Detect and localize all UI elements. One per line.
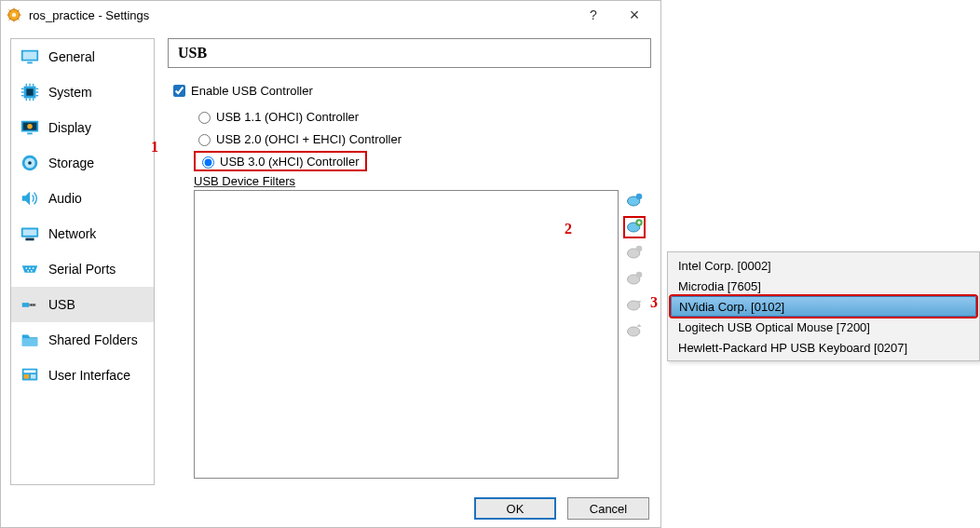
help-button[interactable]: ? — [573, 1, 614, 29]
usb-filters-listbox[interactable] — [194, 190, 619, 479]
popup-item-nvidia[interactable]: NVidia Corp. [0102] — [671, 296, 976, 317]
sidebar-item-display[interactable]: Display — [11, 110, 154, 145]
svg-rect-36 — [25, 238, 34, 241]
sidebar-item-label: Audio — [48, 191, 82, 206]
enable-usb-input[interactable] — [173, 85, 185, 97]
svg-rect-43 — [29, 304, 35, 306]
popup-item[interactable]: Hewlett-Packard HP USB Keyboard [0207] — [671, 337, 976, 358]
svg-point-58 — [636, 272, 643, 278]
svg-rect-35 — [23, 229, 37, 235]
sidebar-item-serial[interactable]: Serial Ports — [11, 251, 154, 287]
sidebar-item-audio[interactable]: Audio — [11, 181, 154, 216]
svg-rect-49 — [24, 374, 29, 379]
sidebar-item-label: Shared Folders — [48, 332, 138, 347]
svg-point-39 — [33, 267, 34, 269]
sidebar-item-general[interactable]: General — [11, 39, 154, 74]
svg-rect-11 — [23, 52, 37, 60]
sidebar-item-storage[interactable]: Storage — [11, 145, 154, 181]
dialog-footer: OK Cancel — [1, 497, 649, 520]
sidebar-item-network[interactable]: Network — [11, 216, 154, 251]
radio-usb2[interactable]: USB 2.0 (OHCI + EHCI) Controller — [194, 128, 651, 150]
radio-usb3-row: USB 3.0 (xHCI) Controller — [194, 150, 651, 172]
panel-title: USB — [168, 38, 651, 68]
sidebar-item-label: Network — [48, 226, 96, 241]
callout-3: 3 — [650, 294, 658, 311]
monitor-icon — [19, 46, 41, 68]
display-icon — [19, 116, 41, 139]
sidebar-item-user-interface[interactable]: User Interface — [11, 358, 154, 393]
speaker-icon — [19, 187, 41, 210]
svg-point-41 — [31, 270, 33, 272]
ok-button[interactable]: OK — [474, 497, 556, 520]
usb-panel: USB Enable USB Controller USB 1.1 (OHCI)… — [155, 38, 651, 485]
popup-item[interactable]: Intel Corp. [0002] — [671, 255, 976, 276]
filters-label: USB Device Filters — [194, 174, 651, 188]
enable-usb-label: Enable USB Controller — [191, 84, 313, 98]
controller-radio-group: USB 1.1 (OHCI) Controller USB 2.0 (OHCI … — [194, 105, 651, 172]
svg-point-38 — [29, 267, 31, 269]
enable-usb-checkbox[interactable]: Enable USB Controller — [170, 79, 651, 102]
filters-side-buttons — [622, 190, 647, 346]
usb-device-popup: Intel Corp. [0002] Microdia [7605] NVidi… — [667, 251, 980, 361]
folder-icon — [19, 329, 41, 351]
filters-area — [194, 190, 651, 479]
svg-point-33 — [28, 161, 32, 165]
svg-rect-46 — [22, 338, 38, 345]
svg-point-52 — [636, 194, 643, 200]
radio-usb1[interactable]: USB 1.1 (OHCI) Controller — [194, 105, 651, 128]
sidebar-item-usb[interactable]: USB — [11, 287, 154, 322]
titlebar: ros_practice - Settings ? × — [1, 1, 660, 29]
edit-filter-button — [623, 242, 646, 264]
add-empty-filter-button[interactable] — [623, 190, 646, 212]
popup-item[interactable]: Microdia [7605] — [671, 276, 976, 296]
settings-window: ros_practice - Settings ? × General Syst… — [0, 0, 661, 528]
body: General System Display Storage Audio Net… — [10, 38, 651, 485]
ui-icon — [19, 364, 41, 386]
add-filter-from-device-button[interactable] — [623, 216, 646, 238]
network-icon — [19, 223, 41, 245]
radio-usb3-highlight: USB 3.0 (xHCI) Controller — [194, 151, 367, 171]
app-icon — [7, 7, 21, 22]
radio-usb3[interactable]: USB 3.0 (xHCI) Controller — [197, 154, 360, 169]
sidebar-item-label: Serial Ports — [48, 262, 116, 277]
svg-point-29 — [27, 124, 33, 129]
popup-item[interactable]: Logitech USB Optical Mouse [7200] — [671, 317, 976, 337]
cancel-button[interactable]: Cancel — [567, 497, 649, 520]
move-filter-down-button — [623, 320, 646, 343]
move-filter-up-button — [623, 294, 646, 317]
sidebar-item-label: USB — [48, 297, 75, 312]
chip-icon — [19, 81, 41, 103]
window-title: ros_practice - Settings — [29, 8, 573, 22]
svg-rect-44 — [31, 305, 32, 306]
usb-icon — [19, 293, 41, 316]
svg-rect-30 — [27, 133, 33, 135]
sidebar-item-label: System — [48, 85, 92, 100]
svg-rect-48 — [24, 371, 36, 373]
sidebar-item-label: Display — [48, 120, 91, 135]
svg-point-40 — [27, 270, 29, 272]
svg-rect-42 — [22, 303, 29, 307]
disk-icon — [19, 152, 41, 174]
svg-point-56 — [636, 246, 643, 252]
svg-rect-12 — [27, 62, 33, 64]
sidebar-item-label: General — [48, 49, 95, 64]
sidebar-item-system[interactable]: System — [11, 74, 154, 110]
svg-point-37 — [25, 267, 27, 269]
callout-2: 2 — [565, 221, 572, 237]
callout-1: 1 — [151, 139, 158, 156]
serial-port-icon — [19, 258, 41, 280]
svg-rect-14 — [26, 88, 33, 95]
sidebar-item-label: Storage — [48, 156, 94, 170]
svg-rect-45 — [34, 305, 34, 306]
close-button[interactable]: × — [614, 1, 655, 29]
remove-filter-button — [623, 268, 646, 291]
settings-sidebar: General System Display Storage Audio Net… — [10, 38, 155, 485]
svg-point-1 — [12, 13, 17, 18]
sidebar-item-shared-folders[interactable]: Shared Folders — [11, 322, 154, 358]
sidebar-item-label: User Interface — [48, 368, 130, 383]
svg-rect-50 — [31, 374, 35, 379]
svg-point-60 — [628, 327, 640, 336]
